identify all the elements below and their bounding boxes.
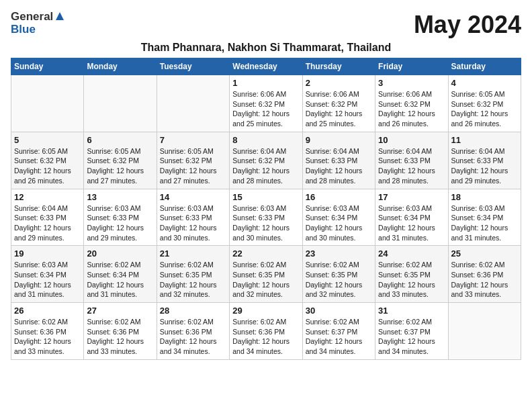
day-cell bbox=[84, 75, 157, 132]
day-cell: 11Sunrise: 6:04 AM Sunset: 6:33 PM Dayli… bbox=[448, 132, 521, 189]
day-number: 5 bbox=[14, 135, 81, 145]
day-info: Sunrise: 6:02 AM Sunset: 6:36 PM Dayligh… bbox=[160, 317, 226, 357]
day-number: 9 bbox=[306, 135, 372, 145]
day-info: Sunrise: 6:02 AM Sunset: 6:36 PM Dayligh… bbox=[87, 317, 153, 357]
day-cell bbox=[11, 75, 84, 132]
day-info: Sunrise: 6:05 AM Sunset: 6:32 PM Dayligh… bbox=[451, 89, 518, 129]
day-cell: 27Sunrise: 6:02 AM Sunset: 6:36 PM Dayli… bbox=[84, 303, 157, 360]
day-number: 25 bbox=[451, 248, 518, 259]
day-cell: 5Sunrise: 6:05 AM Sunset: 6:32 PM Daylig… bbox=[11, 132, 84, 189]
day-cell: 20Sunrise: 6:02 AM Sunset: 6:34 PM Dayli… bbox=[84, 246, 157, 303]
day-cell: 30Sunrise: 6:02 AM Sunset: 6:37 PM Dayli… bbox=[302, 303, 375, 360]
day-cell: 8Sunrise: 6:04 AM Sunset: 6:32 PM Daylig… bbox=[230, 132, 302, 189]
day-info: Sunrise: 6:05 AM Sunset: 6:32 PM Dayligh… bbox=[87, 146, 153, 186]
day-number: 15 bbox=[232, 192, 299, 202]
logo-triangle-icon bbox=[55, 11, 64, 24]
day-cell: 26Sunrise: 6:02 AM Sunset: 6:36 PM Dayli… bbox=[11, 303, 84, 360]
dow-header-sunday: Sunday bbox=[11, 58, 84, 75]
week-row-4: 26Sunrise: 6:02 AM Sunset: 6:36 PM Dayli… bbox=[11, 303, 521, 360]
day-number: 2 bbox=[306, 78, 372, 88]
week-row-0: 1Sunrise: 6:06 AM Sunset: 6:32 PM Daylig… bbox=[11, 75, 521, 132]
day-number: 17 bbox=[378, 192, 445, 202]
svg-marker-0 bbox=[56, 12, 64, 20]
day-info: Sunrise: 6:03 AM Sunset: 6:34 PM Dayligh… bbox=[14, 260, 81, 300]
dow-header-tuesday: Tuesday bbox=[157, 58, 229, 75]
day-cell: 16Sunrise: 6:03 AM Sunset: 6:34 PM Dayli… bbox=[302, 189, 375, 246]
day-info: Sunrise: 6:05 AM Sunset: 6:32 PM Dayligh… bbox=[14, 146, 81, 186]
day-cell: 12Sunrise: 6:04 AM Sunset: 6:33 PM Dayli… bbox=[11, 189, 84, 246]
day-cell: 23Sunrise: 6:02 AM Sunset: 6:35 PM Dayli… bbox=[302, 246, 375, 303]
day-number: 4 bbox=[451, 78, 518, 88]
logo-blue: Blue bbox=[11, 23, 36, 36]
day-cell: 24Sunrise: 6:02 AM Sunset: 6:35 PM Dayli… bbox=[375, 246, 448, 303]
day-info: Sunrise: 6:04 AM Sunset: 6:33 PM Dayligh… bbox=[451, 146, 518, 186]
day-cell: 22Sunrise: 6:02 AM Sunset: 6:35 PM Dayli… bbox=[230, 246, 302, 303]
day-number: 6 bbox=[87, 135, 153, 145]
day-number: 22 bbox=[232, 248, 299, 259]
day-cell: 29Sunrise: 6:02 AM Sunset: 6:36 PM Dayli… bbox=[230, 303, 302, 360]
day-cell: 18Sunrise: 6:03 AM Sunset: 6:34 PM Dayli… bbox=[448, 189, 521, 246]
day-number: 31 bbox=[378, 306, 445, 316]
day-info: Sunrise: 6:04 AM Sunset: 6:32 PM Dayligh… bbox=[232, 146, 299, 186]
logo: General Blue bbox=[11, 11, 64, 36]
day-info: Sunrise: 6:03 AM Sunset: 6:33 PM Dayligh… bbox=[232, 203, 299, 243]
month-title: May 2024 bbox=[414, 11, 521, 39]
week-row-3: 19Sunrise: 6:03 AM Sunset: 6:34 PM Dayli… bbox=[11, 246, 521, 303]
day-cell: 15Sunrise: 6:03 AM Sunset: 6:33 PM Dayli… bbox=[230, 189, 302, 246]
day-number: 30 bbox=[306, 306, 372, 316]
subtitle: Tham Phannara, Nakhon Si Thammarat, Thai… bbox=[11, 42, 521, 54]
day-cell: 7Sunrise: 6:05 AM Sunset: 6:32 PM Daylig… bbox=[157, 132, 229, 189]
day-cell: 21Sunrise: 6:02 AM Sunset: 6:35 PM Dayli… bbox=[157, 246, 229, 303]
day-info: Sunrise: 6:02 AM Sunset: 6:37 PM Dayligh… bbox=[378, 317, 445, 357]
day-info: Sunrise: 6:02 AM Sunset: 6:36 PM Dayligh… bbox=[232, 317, 299, 357]
day-cell: 19Sunrise: 6:03 AM Sunset: 6:34 PM Dayli… bbox=[11, 246, 84, 303]
day-cell: 10Sunrise: 6:04 AM Sunset: 6:33 PM Dayli… bbox=[375, 132, 448, 189]
dow-header-friday: Friday bbox=[375, 58, 448, 75]
day-cell: 2Sunrise: 6:06 AM Sunset: 6:32 PM Daylig… bbox=[302, 75, 375, 132]
day-info: Sunrise: 6:04 AM Sunset: 6:33 PM Dayligh… bbox=[306, 146, 372, 186]
day-cell bbox=[448, 303, 521, 360]
day-cell: 31Sunrise: 6:02 AM Sunset: 6:37 PM Dayli… bbox=[375, 303, 448, 360]
day-number: 10 bbox=[378, 135, 445, 145]
day-cell: 3Sunrise: 6:06 AM Sunset: 6:32 PM Daylig… bbox=[375, 75, 448, 132]
day-number: 3 bbox=[378, 78, 445, 88]
calendar: SundayMondayTuesdayWednesdayThursdayFrid… bbox=[11, 58, 521, 360]
day-number: 12 bbox=[14, 192, 81, 202]
day-number: 18 bbox=[451, 192, 518, 202]
day-info: Sunrise: 6:02 AM Sunset: 6:35 PM Dayligh… bbox=[160, 260, 226, 300]
day-number: 21 bbox=[160, 248, 226, 259]
day-cell: 6Sunrise: 6:05 AM Sunset: 6:32 PM Daylig… bbox=[84, 132, 157, 189]
day-number: 7 bbox=[160, 135, 226, 145]
day-number: 28 bbox=[160, 306, 226, 316]
dow-header-wednesday: Wednesday bbox=[230, 58, 302, 75]
day-number: 24 bbox=[378, 248, 445, 259]
day-info: Sunrise: 6:02 AM Sunset: 6:35 PM Dayligh… bbox=[378, 260, 445, 300]
day-info: Sunrise: 6:06 AM Sunset: 6:32 PM Dayligh… bbox=[378, 89, 445, 129]
day-info: Sunrise: 6:06 AM Sunset: 6:32 PM Dayligh… bbox=[232, 89, 299, 129]
day-cell: 17Sunrise: 6:03 AM Sunset: 6:34 PM Dayli… bbox=[375, 189, 448, 246]
day-info: Sunrise: 6:02 AM Sunset: 6:37 PM Dayligh… bbox=[306, 317, 372, 357]
day-info: Sunrise: 6:03 AM Sunset: 6:34 PM Dayligh… bbox=[451, 203, 518, 243]
day-number: 29 bbox=[232, 306, 299, 316]
dow-header-thursday: Thursday bbox=[302, 58, 375, 75]
day-info: Sunrise: 6:03 AM Sunset: 6:33 PM Dayligh… bbox=[160, 203, 226, 243]
day-info: Sunrise: 6:03 AM Sunset: 6:33 PM Dayligh… bbox=[87, 203, 153, 243]
week-row-1: 5Sunrise: 6:05 AM Sunset: 6:32 PM Daylig… bbox=[11, 132, 521, 189]
day-number: 11 bbox=[451, 135, 518, 145]
calendar-body: 1Sunrise: 6:06 AM Sunset: 6:32 PM Daylig… bbox=[11, 75, 521, 360]
day-info: Sunrise: 6:02 AM Sunset: 6:36 PM Dayligh… bbox=[14, 317, 81, 357]
day-number: 16 bbox=[306, 192, 372, 202]
logo-general: General bbox=[11, 11, 53, 24]
day-number: 8 bbox=[232, 135, 299, 145]
day-cell bbox=[157, 75, 229, 132]
day-info: Sunrise: 6:02 AM Sunset: 6:36 PM Dayligh… bbox=[451, 260, 518, 300]
day-info: Sunrise: 6:03 AM Sunset: 6:34 PM Dayligh… bbox=[378, 203, 445, 243]
dow-header-monday: Monday bbox=[84, 58, 157, 75]
week-row-2: 12Sunrise: 6:04 AM Sunset: 6:33 PM Dayli… bbox=[11, 189, 521, 246]
day-info: Sunrise: 6:06 AM Sunset: 6:32 PM Dayligh… bbox=[306, 89, 372, 129]
day-cell: 28Sunrise: 6:02 AM Sunset: 6:36 PM Dayli… bbox=[157, 303, 229, 360]
day-number: 1 bbox=[232, 78, 299, 88]
day-info: Sunrise: 6:03 AM Sunset: 6:34 PM Dayligh… bbox=[306, 203, 372, 243]
day-info: Sunrise: 6:02 AM Sunset: 6:35 PM Dayligh… bbox=[232, 260, 299, 300]
day-cell: 4Sunrise: 6:05 AM Sunset: 6:32 PM Daylig… bbox=[448, 75, 521, 132]
